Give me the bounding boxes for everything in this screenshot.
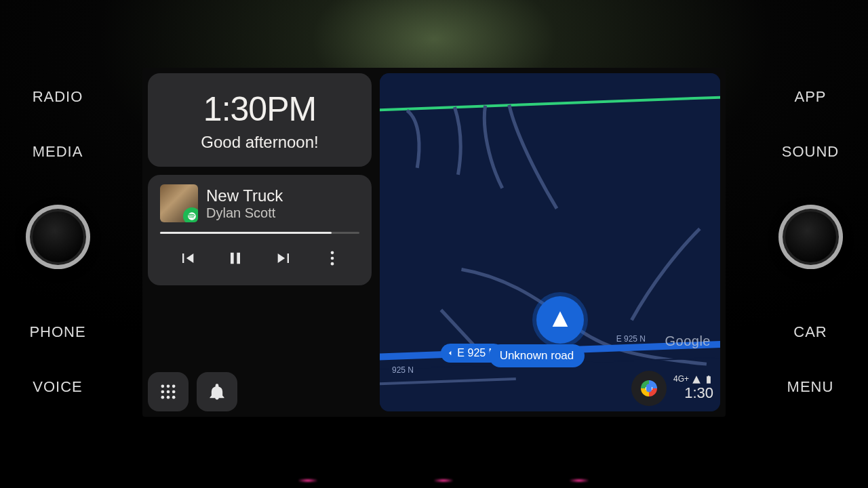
map-pane[interactable]: E 925 N 925 N E 925 N Unknown road Googl…: [380, 73, 720, 411]
bezel-sound-button[interactable]: SOUND: [782, 143, 839, 161]
assistant-mic-icon: [641, 380, 657, 396]
media-overflow-button[interactable]: [316, 242, 349, 274]
android-auto-screen: 1:30PM Good afternoon! New Truck Dylan S…: [142, 68, 726, 417]
map-provider-label: Google: [665, 333, 711, 349]
svg-point-11: [172, 396, 176, 399]
launcher-row: [148, 372, 372, 411]
track-title: New Truck: [206, 186, 283, 205]
svg-point-1: [331, 257, 334, 260]
map-road-label-925n: 925 N: [392, 365, 414, 375]
bezel-right: APP SOUND CAR MENU: [753, 0, 868, 488]
bezel-car-button[interactable]: CAR: [793, 323, 827, 341]
spotify-icon: [183, 207, 198, 222]
signal-icon: [692, 375, 701, 384]
svg-point-8: [172, 390, 176, 394]
bezel-app-button[interactable]: APP: [794, 88, 826, 106]
bezel-media-button[interactable]: MEDIA: [33, 143, 83, 161]
svg-point-6: [161, 390, 165, 394]
media-progress-bar[interactable]: [160, 232, 359, 234]
current-road-chip[interactable]: Unknown road: [489, 344, 585, 367]
track-artist: Dylan Scott: [206, 205, 283, 221]
status-time: 1:30: [673, 384, 713, 401]
bezel-left: RADIO MEDIA PHONE VOICE: [0, 0, 115, 488]
pause-button[interactable]: [219, 242, 252, 274]
grid-icon: [159, 382, 178, 401]
current-road-label: Unknown road: [500, 349, 574, 363]
bezel-menu-button[interactable]: MENU: [787, 378, 834, 396]
media-card[interactable]: New Truck Dylan Scott: [148, 175, 372, 285]
previous-track-button[interactable]: [171, 242, 203, 274]
svg-point-7: [167, 390, 170, 394]
map-road-label-e925n: E 925 N: [616, 334, 646, 344]
svg-point-0: [331, 251, 334, 255]
greeting-text: Good afternoon!: [155, 133, 365, 152]
cards-column: 1:30PM Good afternoon! New Truck Dylan S…: [148, 73, 372, 411]
svg-point-3: [161, 385, 165, 388]
svg-point-5: [172, 385, 176, 388]
bell-icon: [208, 382, 226, 401]
assistant-button[interactable]: [631, 371, 667, 406]
svg-point-2: [331, 262, 334, 266]
bezel-left-knob[interactable]: [26, 205, 90, 269]
bezel-radio-button[interactable]: RADIO: [33, 88, 83, 106]
svg-point-9: [161, 396, 165, 399]
current-location-marker: [536, 296, 584, 344]
greeting-card: 1:30PM Good afternoon!: [148, 73, 372, 167]
bezel-voice-button[interactable]: VOICE: [33, 378, 82, 396]
clock-time: 1:30PM: [155, 89, 365, 129]
next-track-button[interactable]: [268, 242, 300, 274]
bezel-phone-button[interactable]: PHONE: [29, 323, 85, 341]
turn-left-icon: [445, 348, 456, 359]
svg-point-4: [167, 385, 170, 388]
album-art: [160, 184, 198, 222]
network-type: 4G+: [673, 375, 689, 384]
app-launcher-button[interactable]: [148, 372, 189, 411]
bezel-right-knob[interactable]: [778, 205, 843, 269]
notifications-button[interactable]: [197, 372, 237, 411]
status-cluster: 4G+ 1:30: [631, 371, 713, 406]
svg-point-10: [167, 396, 170, 399]
battery-icon: [704, 375, 713, 384]
